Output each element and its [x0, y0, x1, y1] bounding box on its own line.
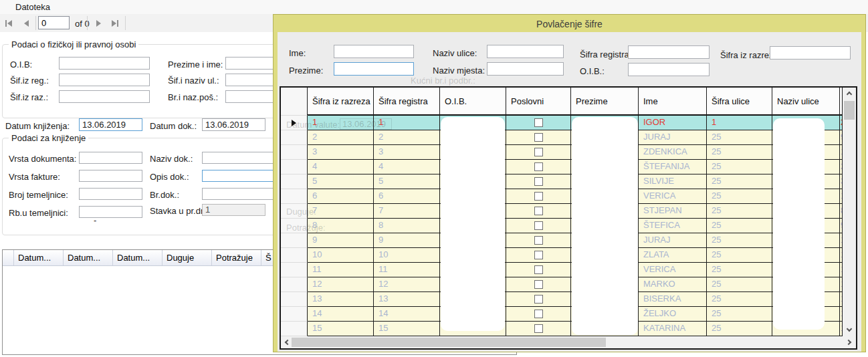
- cell-sifra-registra[interactable]: 13: [374, 292, 440, 307]
- poslovni-checkbox[interactable]: [534, 148, 543, 156]
- cell-ime[interactable]: ZDENKICA: [639, 145, 707, 160]
- datum-knjizenja-input[interactable]: [79, 118, 142, 131]
- row-selector-cell[interactable]: [281, 248, 308, 263]
- cell-sifra-ulice[interactable]: 25: [707, 130, 772, 145]
- cell-sifra-ulice[interactable]: 25: [707, 189, 772, 204]
- cell-poslovni[interactable]: [506, 116, 571, 130]
- horizontal-scrollbar-thumb[interactable]: [292, 338, 606, 347]
- cell-sifra-iz-razreza[interactable]: 15: [308, 322, 374, 336]
- cell-sifra-registra[interactable]: 9: [374, 233, 440, 248]
- header-sifra-iz-razreza[interactable]: Šifra iz razreza: [308, 88, 374, 116]
- cell-poslovni[interactable]: [506, 204, 571, 219]
- dialog-grid-row[interactable]: 44ŠTEFANIJA252: [281, 160, 843, 174]
- cell-sifra-iz-razreza[interactable]: 7: [308, 204, 374, 219]
- row-selector-cell[interactable]: [281, 307, 308, 322]
- cell-poslovni[interactable]: [506, 292, 571, 307]
- cell-sifra-iz-razreza[interactable]: 9: [308, 233, 374, 248]
- cell-sifra-registra[interactable]: 8: [374, 219, 440, 233]
- dialog-grid-row[interactable]: 11IGOR12: [281, 116, 843, 130]
- cell-sifra-iz-razreza[interactable]: 4: [308, 160, 374, 174]
- cell-sifra-ulice[interactable]: 25: [707, 160, 772, 174]
- cell-sifra-ulice[interactable]: 25: [707, 307, 772, 322]
- poslovni-checkbox[interactable]: [534, 133, 543, 142]
- cell-sifra-iz-razreza[interactable]: 13: [308, 292, 374, 307]
- header-ime[interactable]: Ime: [639, 88, 707, 116]
- cell-sifra-ulice[interactable]: 25: [707, 174, 772, 189]
- cell-poslovni[interactable]: [506, 322, 571, 336]
- dialog-grid-row[interactable]: 1515KATARINA251: [281, 322, 843, 336]
- scroll-right-button[interactable]: [844, 337, 855, 348]
- poslovni-checkbox[interactable]: [534, 280, 543, 289]
- cell-sifra-registra[interactable]: 11: [374, 263, 440, 277]
- oib-input[interactable]: [59, 57, 150, 70]
- cell-ime[interactable]: MARKO: [639, 277, 707, 292]
- column-header-potrazuje[interactable]: Potražuje: [212, 250, 261, 265]
- last-record-button[interactable]: [108, 17, 122, 29]
- row-selector-cell[interactable]: [281, 160, 308, 174]
- poslovni-checkbox[interactable]: [534, 177, 543, 186]
- row-selector-cell[interactable]: [281, 263, 308, 277]
- cell-sifra-ulice[interactable]: 25: [707, 145, 772, 160]
- previous-record-button[interactable]: [19, 17, 33, 29]
- dialog-grid-row[interactable]: 1414ŽELJKO251: [281, 307, 843, 322]
- poslovni-checkbox[interactable]: [534, 265, 543, 274]
- cell-sifra-iz-razreza[interactable]: 10: [308, 248, 374, 263]
- scroll-up-button[interactable]: [844, 89, 855, 100]
- dialog-grid-row[interactable]: 33ZDENKICA251: [281, 145, 843, 160]
- dialog-title-bar[interactable]: Povlačenje šifre: [274, 15, 865, 32]
- cell-poslovni[interactable]: [506, 233, 571, 248]
- sif-iz-raz-input[interactable]: [59, 90, 150, 103]
- scroll-left-button[interactable]: [281, 337, 292, 348]
- filter-sifra-iz-razreza-input[interactable]: [770, 46, 851, 60]
- cell-ime[interactable]: ŠTEFANIJA: [639, 160, 707, 174]
- poslovni-checkbox[interactable]: [534, 236, 543, 245]
- column-header-duguje[interactable]: Duguje: [162, 250, 212, 265]
- cell-ime[interactable]: JURAJ: [639, 233, 707, 248]
- cell-sifra-iz-razreza[interactable]: 3: [308, 145, 374, 160]
- cell-ime[interactable]: VERICA: [639, 189, 707, 204]
- cell-sifra-iz-razreza[interactable]: 2: [308, 130, 374, 145]
- cell-ime[interactable]: SILVIJE: [639, 174, 707, 189]
- cell-sifra-iz-razreza[interactable]: 8: [308, 219, 374, 233]
- cell-poslovni[interactable]: [506, 263, 571, 277]
- dialog-grid-row[interactable]: 1313BISERKA251: [281, 292, 843, 307]
- cell-ime[interactable]: STJEPAN: [639, 204, 707, 219]
- dialog-grid-row[interactable]: 77STJEPAN258: [281, 204, 843, 219]
- row-selector-cell[interactable]: [281, 292, 308, 307]
- cell-sifra-ulice[interactable]: 25: [707, 219, 772, 233]
- first-record-button[interactable]: [1, 17, 16, 29]
- poslovni-checkbox[interactable]: [534, 295, 543, 304]
- cell-sifra-registra[interactable]: 10: [374, 248, 440, 263]
- cell-poslovni[interactable]: [506, 145, 571, 160]
- poslovni-checkbox[interactable]: [534, 118, 543, 127]
- cell-ime[interactable]: BISERKA: [639, 292, 707, 307]
- header-sifra-registra[interactable]: Šifra registra: [374, 88, 440, 116]
- cell-sifra-iz-razreza[interactable]: 5: [308, 174, 374, 189]
- cell-ime[interactable]: JURAJ: [639, 130, 707, 145]
- cell-poslovni[interactable]: [506, 130, 571, 145]
- cell-sifra-ulice[interactable]: 25: [707, 248, 772, 263]
- cell-poslovni[interactable]: [506, 160, 571, 174]
- dialog-grid-row[interactable]: 55SILVIJE253: [281, 174, 843, 189]
- datum-dok-input[interactable]: [202, 118, 265, 131]
- cell-sifra-ulice[interactable]: 25: [707, 277, 772, 292]
- header-sifra-ulice[interactable]: Šifra ulice: [707, 88, 772, 116]
- row-selector-cell[interactable]: [281, 130, 308, 145]
- cell-sifra-registra[interactable]: 2: [374, 130, 440, 145]
- cell-sifra-iz-razreza[interactable]: 6: [308, 189, 374, 204]
- dialog-grid-row[interactable]: 88ŠTEFICA259: [281, 219, 843, 233]
- dialog-grid-row[interactable]: 22JURAJ259: [281, 130, 843, 145]
- row-selector-cell[interactable]: [281, 145, 308, 160]
- cell-sifra-iz-razreza[interactable]: 11: [308, 263, 374, 277]
- row-selector-cell[interactable]: [281, 204, 308, 219]
- filter-oib-input[interactable]: [628, 63, 710, 76]
- cell-ime[interactable]: ŠTEFICA: [639, 219, 707, 233]
- vertical-scrollbar-thumb[interactable]: [844, 101, 855, 120]
- filter-ime-input[interactable]: [334, 45, 414, 58]
- poslovni-checkbox[interactable]: [534, 162, 543, 171]
- cell-sifra-registra[interactable]: 1: [374, 116, 440, 130]
- dialog-grid-row[interactable]: 99JURAJ251: [281, 233, 843, 248]
- cell-sifra-registra[interactable]: 3: [374, 145, 440, 160]
- vertical-scrollbar[interactable]: [843, 88, 856, 336]
- cell-sifra-iz-razreza[interactable]: 12: [308, 277, 374, 292]
